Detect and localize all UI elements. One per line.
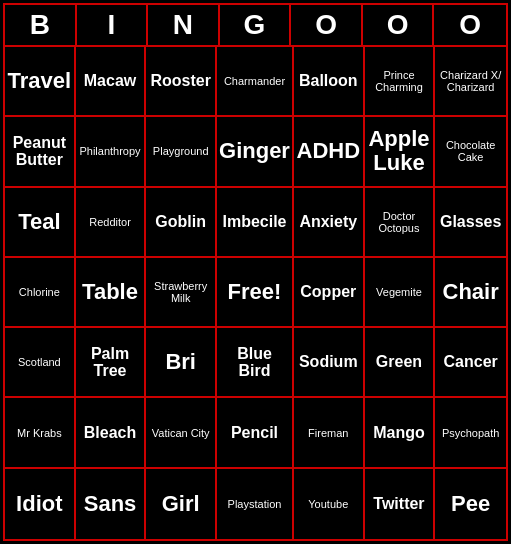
bingo-cell[interactable]: Mango xyxy=(365,398,436,468)
bingo-cell[interactable]: Palm Tree xyxy=(76,328,147,398)
bingo-cell[interactable]: Anxiety xyxy=(294,188,365,258)
bingo-cell[interactable]: Vegemite xyxy=(365,258,436,328)
header-row: BINGOOO xyxy=(5,5,506,47)
bingo-cell[interactable]: Green xyxy=(365,328,436,398)
bingo-cell[interactable]: Balloon xyxy=(294,47,365,117)
bingo-cell[interactable]: Mr Krabs xyxy=(5,398,76,468)
bingo-cell[interactable]: Psychopath xyxy=(435,398,506,468)
bingo-cell[interactable]: Strawberry Milk xyxy=(146,258,217,328)
header-cell: N xyxy=(148,5,220,45)
bingo-cell[interactable]: Girl xyxy=(146,469,217,539)
header-cell: G xyxy=(220,5,292,45)
header-cell: I xyxy=(77,5,149,45)
header-cell: O xyxy=(363,5,435,45)
bingo-cell[interactable]: Sans xyxy=(76,469,147,539)
bingo-cell[interactable]: Teal xyxy=(5,188,76,258)
bingo-cell[interactable]: Youtube xyxy=(294,469,365,539)
bingo-cell[interactable]: Chlorine xyxy=(5,258,76,328)
bingo-cell[interactable]: Macaw xyxy=(76,47,147,117)
bingo-cell[interactable]: Rooster xyxy=(146,47,217,117)
bingo-cell[interactable]: Redditor xyxy=(76,188,147,258)
bingo-cell[interactable]: Chair xyxy=(435,258,506,328)
bingo-cell[interactable]: Cancer xyxy=(435,328,506,398)
bingo-cell[interactable]: Chocolate Cake xyxy=(435,117,506,187)
bingo-cell[interactable]: Sodium xyxy=(294,328,365,398)
bingo-cell[interactable]: Copper xyxy=(294,258,365,328)
bingo-cell[interactable]: Playstation xyxy=(217,469,294,539)
header-cell: B xyxy=(5,5,77,45)
bingo-cell[interactable]: Imbecile xyxy=(217,188,294,258)
bingo-cell[interactable]: Goblin xyxy=(146,188,217,258)
bingo-cell[interactable]: Ginger xyxy=(217,117,294,187)
bingo-cell[interactable]: Doctor Octopus xyxy=(365,188,436,258)
bingo-cell[interactable]: Free! xyxy=(217,258,294,328)
bingo-cell[interactable]: Vatican City xyxy=(146,398,217,468)
bingo-grid: TravelMacawRoosterCharmanderBalloonPrinc… xyxy=(5,47,506,539)
bingo-cell[interactable]: ADHD xyxy=(294,117,365,187)
bingo-cell[interactable]: Bleach xyxy=(76,398,147,468)
bingo-cell[interactable]: Travel xyxy=(5,47,76,117)
bingo-cell[interactable]: Prince Charming xyxy=(365,47,436,117)
bingo-cell[interactable]: Idiot xyxy=(5,469,76,539)
header-cell: O xyxy=(434,5,506,45)
bingo-cell[interactable]: Pencil xyxy=(217,398,294,468)
bingo-cell[interactable]: Scotland xyxy=(5,328,76,398)
bingo-cell[interactable]: Charmander xyxy=(217,47,294,117)
header-cell: O xyxy=(291,5,363,45)
bingo-card: BINGOOO TravelMacawRoosterCharmanderBall… xyxy=(3,3,508,541)
bingo-cell[interactable]: Glasses xyxy=(435,188,506,258)
bingo-cell[interactable]: Fireman xyxy=(294,398,365,468)
bingo-cell[interactable]: Peanut Butter xyxy=(5,117,76,187)
bingo-cell[interactable]: Pee xyxy=(435,469,506,539)
bingo-cell[interactable]: Twitter xyxy=(365,469,436,539)
bingo-cell[interactable]: Philanthropy xyxy=(76,117,147,187)
bingo-cell[interactable]: Table xyxy=(76,258,147,328)
bingo-cell[interactable]: Apple Luke xyxy=(365,117,436,187)
bingo-cell[interactable]: Charizard X/ Charizard xyxy=(435,47,506,117)
bingo-cell[interactable]: Blue Bird xyxy=(217,328,294,398)
bingo-cell[interactable]: Playground xyxy=(146,117,217,187)
bingo-cell[interactable]: Bri xyxy=(146,328,217,398)
